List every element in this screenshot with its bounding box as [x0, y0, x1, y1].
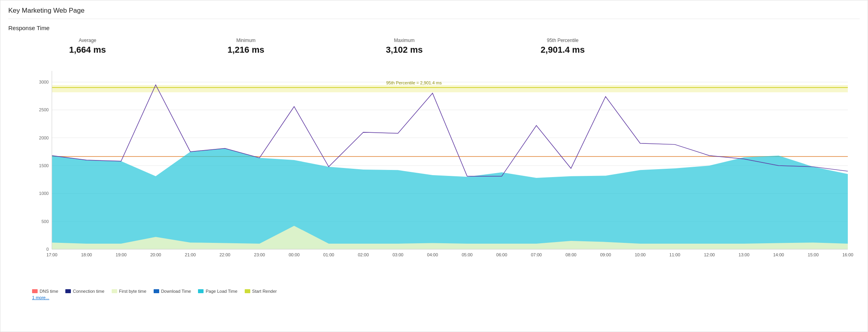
stat-label: Minimum — [167, 38, 325, 43]
svg-text:20:00: 20:00 — [150, 252, 161, 257]
legend-item: DNS time — [32, 289, 58, 294]
more-link[interactable]: 1 more... — [32, 295, 860, 300]
stat-label: 95th Percentile — [483, 38, 642, 43]
svg-text:07:00: 07:00 — [531, 252, 542, 257]
legend-label: First byte time — [119, 289, 147, 294]
legend-color-swatch — [198, 289, 204, 293]
legend-label: Connection time — [73, 289, 105, 294]
legend-label: Page Load Time — [206, 289, 237, 294]
legend-color-swatch — [65, 289, 71, 293]
legend-item: Page Load Time — [198, 289, 237, 294]
svg-text:1000: 1000 — [39, 191, 49, 196]
svg-text:00:00: 00:00 — [289, 252, 300, 257]
svg-text:21:00: 21:00 — [185, 252, 196, 257]
stat-item: Minimum 1,216 ms — [167, 38, 325, 55]
svg-text:18:00: 18:00 — [81, 252, 92, 257]
chart-svg: 05001000150020002500300095th Percentile … — [32, 63, 856, 269]
svg-text:08:00: 08:00 — [565, 252, 577, 257]
section-title: Response Time — [8, 25, 860, 31]
svg-marker-18 — [52, 148, 848, 249]
svg-text:10:00: 10:00 — [635, 252, 646, 257]
stat-value: 1,216 ms — [167, 45, 325, 55]
legend-item: Start Render — [245, 289, 277, 294]
stat-value: 3,102 ms — [325, 45, 483, 55]
svg-text:01:00: 01:00 — [323, 252, 334, 257]
legend-color-swatch — [32, 289, 38, 293]
stats-row: Average 1,664 msMinimum 1,216 msMaximum … — [8, 38, 860, 55]
main-container: Key Marketing Web Page Response Time Ave… — [0, 0, 868, 332]
legend-color-swatch — [154, 289, 159, 293]
svg-text:2500: 2500 — [39, 107, 49, 112]
stat-item: 95th Percentile 2,901.4 ms — [483, 38, 642, 55]
legend-label: Start Render — [252, 289, 277, 294]
svg-rect-14 — [52, 85, 848, 92]
svg-text:02:00: 02:00 — [358, 252, 369, 257]
svg-text:17:00: 17:00 — [46, 252, 57, 257]
stat-value: 1,664 ms — [8, 45, 167, 55]
svg-text:13:00: 13:00 — [739, 252, 750, 257]
stat-item: Maximum 3,102 ms — [325, 38, 483, 55]
svg-text:3000: 3000 — [39, 80, 49, 84]
svg-text:04:00: 04:00 — [427, 252, 438, 257]
legend-item: First byte time — [112, 289, 147, 294]
svg-text:16:00: 16:00 — [842, 252, 853, 257]
svg-text:14:00: 14:00 — [773, 252, 784, 257]
svg-text:03:00: 03:00 — [392, 252, 404, 257]
chart-inner: 05001000150020002500300095th Percentile … — [32, 63, 856, 269]
legend-color-swatch — [112, 289, 117, 293]
svg-text:11:00: 11:00 — [669, 252, 680, 257]
legend-row: DNS time Connection time First byte time… — [32, 289, 860, 294]
legend-item: Download Time — [154, 289, 191, 294]
svg-text:05:00: 05:00 — [462, 252, 473, 257]
svg-text:23:00: 23:00 — [254, 252, 265, 257]
svg-text:1500: 1500 — [39, 163, 49, 168]
stat-label: Maximum — [325, 38, 483, 43]
legend-label: Download Time — [161, 289, 191, 294]
stat-label: Average — [8, 38, 167, 43]
legend-item: Connection time — [65, 289, 105, 294]
svg-text:22:00: 22:00 — [219, 252, 230, 257]
stat-item: Average 1,664 ms — [8, 38, 167, 55]
page-title: Key Marketing Web Page — [8, 7, 860, 19]
svg-text:2000: 2000 — [39, 135, 49, 140]
svg-text:12:00: 12:00 — [704, 252, 715, 257]
stat-value: 2,901.4 ms — [483, 45, 642, 55]
legend-color-swatch — [245, 289, 250, 293]
legend-label: DNS time — [40, 289, 58, 294]
svg-text:15:00: 15:00 — [808, 252, 819, 257]
svg-text:09:00: 09:00 — [600, 252, 611, 257]
chart-area: Response Time (ms) 050010001500200025003… — [8, 63, 860, 285]
svg-text:19:00: 19:00 — [116, 252, 127, 257]
svg-text:500: 500 — [42, 219, 49, 224]
svg-text:06:00: 06:00 — [496, 252, 507, 257]
svg-text:95th Percentile = 2,901.4 ms: 95th Percentile = 2,901.4 ms — [386, 80, 442, 85]
svg-text:0: 0 — [46, 247, 49, 252]
